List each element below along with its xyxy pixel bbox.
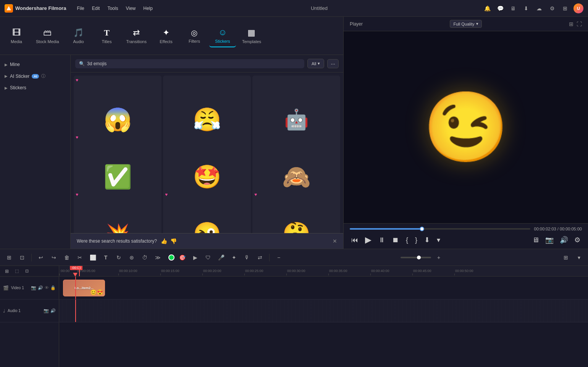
- audio1-icon: ♩: [3, 308, 5, 314]
- messages-icon[interactable]: 💬: [496, 4, 505, 13]
- quality-label: Full Quality: [453, 22, 474, 26]
- feedback-close-button[interactable]: ✕: [333, 238, 337, 244]
- titles-icon: T: [104, 28, 110, 38]
- tab-audio[interactable]: 🎵 Audio: [65, 25, 92, 47]
- thumbs-down-button[interactable]: 👎: [170, 238, 177, 244]
- volume-icon[interactable]: 🔊: [558, 235, 570, 245]
- arrow-down-icon[interactable]: ⬇: [423, 235, 431, 245]
- timeline-body: ⊞ ⬚ ⊡ 🎬 Video 1 📷 🔊 👁 🔒 ♩ Audio 1 📷: [0, 266, 588, 367]
- zoom-slider[interactable]: [401, 257, 431, 258]
- cloud-icon[interactable]: ☁: [535, 4, 544, 13]
- notifications-icon[interactable]: 🔔: [483, 4, 492, 13]
- tl-more-button[interactable]: ≫: [152, 252, 163, 263]
- menu-edit[interactable]: Edit: [89, 4, 103, 13]
- tab-media[interactable]: 🎞 Media: [3, 25, 30, 47]
- menu-tools[interactable]: Tools: [104, 4, 121, 13]
- tl-expand-button[interactable]: ▾: [573, 252, 584, 263]
- tl-sync-button[interactable]: ⇄: [255, 252, 265, 263]
- progress-thumb[interactable]: [420, 227, 424, 231]
- tl-motion-button[interactable]: 🎯: [177, 252, 187, 263]
- progress-bar[interactable]: [350, 228, 530, 230]
- video1-lock-icon[interactable]: 🔒: [50, 285, 56, 290]
- audio1-camera-icon[interactable]: 📷: [44, 308, 49, 313]
- tl-crop-button[interactable]: ⬜: [87, 252, 98, 263]
- tl-shield-button[interactable]: 🛡: [203, 252, 213, 263]
- download-icon[interactable]: ⬇: [522, 4, 531, 13]
- sidebar-item-ai-sticker[interactable]: ▶ AI Sticker AI ⓘ: [0, 70, 70, 82]
- video-clip[interactable]: Lo...item2... 😊😍: [63, 280, 105, 296]
- video1-volume-icon[interactable]: 🔊: [38, 285, 43, 290]
- play-button[interactable]: ▶: [363, 234, 373, 246]
- tl-grid-view-button[interactable]: ⊞: [561, 252, 571, 263]
- right-panel: Player Full Quality ▾ ⊞ ⛶ 😉 00:00:02:03: [344, 17, 588, 249]
- more-options-button[interactable]: ···: [327, 59, 339, 68]
- tab-templates[interactable]: ▦ Templates: [237, 25, 266, 47]
- ruler-6: 00:00:30:00: [286, 269, 328, 275]
- tab-stock-media[interactable]: 🗃 Stock Media: [31, 25, 64, 47]
- progress-fill: [350, 228, 422, 230]
- thumbs-up-button[interactable]: 👍: [161, 238, 167, 244]
- tl-text-button[interactable]: T: [100, 252, 111, 263]
- menu-help[interactable]: Help: [140, 4, 156, 13]
- tl-clip-label-button[interactable]: ⬚: [13, 267, 21, 275]
- screenshot-icon[interactable]: 📷: [544, 235, 555, 245]
- ruler-time-10: 00:00:50:00: [454, 269, 473, 273]
- pause-button[interactable]: ⏸: [377, 235, 387, 245]
- settings-icon[interactable]: ⚙: [548, 4, 557, 13]
- tl-cut-button[interactable]: ✂: [74, 252, 85, 263]
- tl-add-track-small[interactable]: ⊞: [3, 267, 11, 275]
- search-input[interactable]: [87, 61, 300, 66]
- stop-button[interactable]: ⏹: [391, 235, 401, 245]
- monitor-preview-icon[interactable]: 🖥: [531, 235, 541, 245]
- audio1-volume-icon[interactable]: 🔊: [50, 308, 56, 313]
- ruler-time-6: 00:00:30:00: [286, 269, 305, 273]
- tl-play-timeline-button[interactable]: ▶: [190, 252, 200, 263]
- sticker-emoji-2: 😤: [193, 106, 221, 133]
- tl-add-track-button[interactable]: ⊞: [4, 252, 15, 263]
- tab-templates-label: Templates: [242, 39, 261, 44]
- tl-voice-button[interactable]: 🎙: [242, 252, 252, 263]
- video1-eye-icon[interactable]: 👁: [45, 285, 49, 290]
- audio-icon: 🎵: [73, 28, 84, 38]
- left-controls: ⏮: [350, 235, 360, 245]
- menu-view[interactable]: View: [123, 4, 139, 13]
- sidebar-item-stickers[interactable]: ▶ Stickers: [0, 82, 70, 93]
- video1-camera-icon[interactable]: 📷: [31, 285, 36, 290]
- tl-audio-match-button[interactable]: ⊡: [23, 267, 31, 275]
- tl-timer-button[interactable]: ⏱: [139, 252, 150, 263]
- fullscreen-icon[interactable]: ⛶: [577, 21, 582, 27]
- grid-icon[interactable]: ⊞: [561, 4, 570, 13]
- settings-ctrl-icon[interactable]: ⚙: [573, 235, 582, 245]
- tab-transitions[interactable]: ⇄ Transitions: [122, 25, 151, 47]
- zoom-out-button[interactable]: −: [273, 252, 284, 263]
- menu-file[interactable]: File: [74, 4, 87, 13]
- tl-mic-button[interactable]: 🎤: [216, 252, 226, 263]
- grid-view-icon[interactable]: ⊞: [569, 21, 573, 27]
- tab-stickers[interactable]: ☺ Stickers: [209, 24, 236, 47]
- monitor-icon[interactable]: 🖥: [509, 4, 518, 13]
- feedback-bar: Were these search results satisfactory? …: [71, 233, 343, 249]
- tab-titles[interactable]: T Titles: [94, 25, 120, 47]
- tl-rotate-button[interactable]: ↻: [113, 252, 124, 263]
- ai-info-icon[interactable]: ⓘ: [41, 73, 45, 79]
- skip-back-button[interactable]: ⏮: [350, 235, 360, 245]
- tl-group-button[interactable]: ⊡: [17, 252, 27, 263]
- tl-effects-button[interactable]: ✦: [229, 252, 239, 263]
- filter-button[interactable]: All ▾: [307, 59, 324, 68]
- bracket-right-icon[interactable]: }: [414, 235, 419, 245]
- tab-effects[interactable]: ✦ Effects: [153, 25, 179, 47]
- tl-undo-button[interactable]: ↩: [36, 252, 46, 263]
- user-avatar[interactable]: U: [573, 3, 583, 13]
- tl-redo-button[interactable]: ↪: [48, 252, 59, 263]
- sidebar-item-mine[interactable]: ▶ Mine: [0, 59, 70, 70]
- quality-selector[interactable]: Full Quality ▾: [450, 20, 481, 28]
- tab-filters[interactable]: ◎ Filters: [181, 25, 208, 47]
- bracket-left-icon[interactable]: {: [404, 235, 410, 245]
- tl-speed-button[interactable]: ⊛: [126, 252, 137, 263]
- tl-delete-button[interactable]: 🗑: [61, 252, 72, 263]
- ruler-tick-5: [244, 274, 245, 275]
- chevron-down-icon[interactable]: ▾: [435, 235, 442, 245]
- zoom-in-button[interactable]: +: [433, 252, 444, 263]
- ruler-tick-9: [412, 274, 413, 275]
- ruler-time-0: :00:00: [59, 269, 69, 273]
